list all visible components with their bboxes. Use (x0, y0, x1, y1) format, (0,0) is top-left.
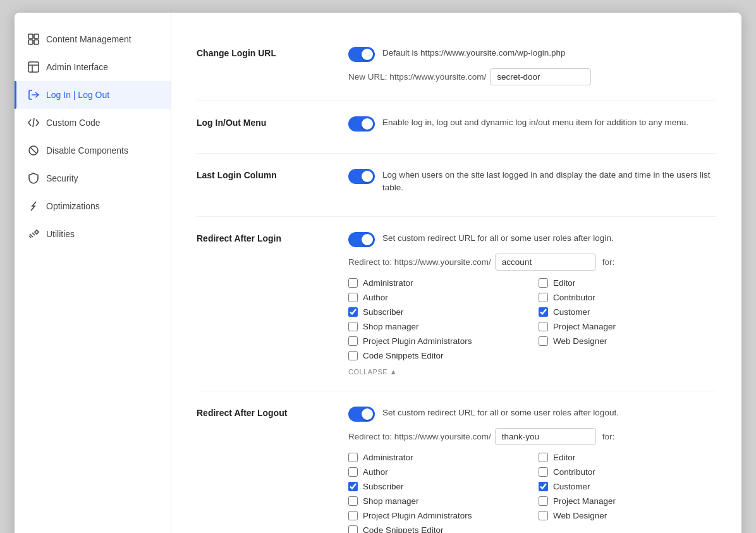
role-ral-project-plugin-admin-checkbox[interactable] (348, 336, 358, 346)
sidebar-item-utilities[interactable]: Utilities (15, 220, 171, 248)
sidebar-item-log-in-log-out[interactable]: Log In | Log Out (15, 81, 171, 109)
change-login-url-content: Default is https://www.yoursite.com/wp-l… (348, 47, 716, 85)
role-rao-customer[interactable]: Customer (539, 482, 716, 491)
role-ral-project-manager[interactable]: Project Manager (539, 322, 716, 331)
role-rao-code-snippets-checkbox[interactable] (348, 525, 358, 534)
role-rao-author[interactable]: Author (348, 467, 526, 477)
role-label: Shop manager (363, 496, 419, 506)
role-ral-contributor[interactable]: Contributor (539, 293, 716, 302)
sidebar-item-admin-interface[interactable]: Admin Interface (15, 53, 171, 81)
role-ral-customer-checkbox[interactable] (539, 307, 548, 317)
role-ral-subscriber-checkbox[interactable] (348, 307, 358, 317)
role-ral-administrator-checkbox[interactable] (348, 278, 358, 288)
role-ral-shop-manager-checkbox[interactable] (348, 322, 358, 331)
role-ral-editor-checkbox[interactable] (539, 278, 548, 288)
role-ral-shop-manager[interactable]: Shop manager (348, 322, 526, 331)
role-label: Code Snippets Editor (363, 351, 444, 360)
redirect-login-url-prefix: Redirect to: https://www.yoursite.com/ (348, 257, 491, 267)
role-ral-web-designer-checkbox[interactable] (539, 336, 548, 346)
role-rao-code-snippets[interactable]: Code Snippets Editor (348, 525, 526, 534)
role-label: Web Designer (553, 336, 607, 346)
sidebar-item-label: Custom Code (46, 118, 101, 128)
role-rao-editor-checkbox[interactable] (539, 453, 548, 462)
sidebar-item-label: Security (46, 173, 78, 183)
sidebar-item-label: Content Management (46, 34, 131, 44)
role-label: Project Plugin Administrators (363, 511, 472, 520)
svg-rect-0 (28, 34, 33, 39)
svg-line-12 (29, 236, 31, 238)
redirect-after-logout-label: Redirect After Logout (197, 407, 329, 534)
last-login-column-toggle[interactable] (348, 169, 375, 184)
role-label: Editor (553, 278, 575, 288)
sidebar-item-label: Disable Components (46, 145, 128, 156)
redirect-after-logout-input[interactable] (495, 428, 596, 445)
role-rao-project-manager[interactable]: Project Manager (539, 496, 716, 506)
sidebar-item-content-management[interactable]: Content Management (15, 25, 171, 53)
tools-icon (27, 228, 40, 240)
redirect-login-collapse-btn[interactable]: COLLAPSE ▲ (348, 368, 716, 376)
role-ral-author-checkbox[interactable] (348, 293, 358, 302)
login-icon (27, 89, 40, 101)
redirect-after-login-input[interactable] (495, 254, 596, 271)
role-rao-customer-checkbox[interactable] (539, 482, 548, 491)
log-in-out-menu-label: Log In/Out Menu (197, 116, 329, 138)
sidebar-item-security[interactable]: Security (15, 164, 171, 192)
role-rao-subscriber-checkbox[interactable] (348, 482, 358, 491)
sidebar-item-optimizations[interactable]: Optimizations (15, 192, 171, 220)
sidebar-item-label: Utilities (46, 229, 75, 239)
role-ral-contributor-checkbox[interactable] (539, 293, 548, 302)
role-rao-contributor-checkbox[interactable] (539, 467, 548, 477)
role-label: Project Manager (553, 322, 616, 331)
role-rao-shop-manager[interactable]: Shop manager (348, 496, 526, 506)
sidebar-item-disable-components[interactable]: Disable Components (15, 137, 171, 164)
role-label: Contributor (553, 467, 595, 477)
role-rao-project-manager-checkbox[interactable] (539, 496, 548, 506)
log-in-out-menu-content: Enable log in, log out and dynamic log i… (348, 116, 716, 138)
role-ral-project-manager-checkbox[interactable] (539, 322, 548, 331)
redirect-after-logout-toggle[interactable] (348, 407, 375, 422)
change-login-url-label: Change Login URL (197, 47, 329, 85)
change-login-url-row: Change Login URL Default is https://www.… (197, 32, 716, 101)
role-rao-editor[interactable]: Editor (539, 453, 716, 462)
role-ral-web-designer[interactable]: Web Designer (539, 336, 716, 346)
role-rao-administrator-checkbox[interactable] (348, 453, 358, 462)
redirect-after-login-url-row: Redirect to: https://www.yoursite.com/ f… (348, 254, 716, 271)
change-login-url-input[interactable] (490, 68, 591, 85)
sidebar-item-label: Optimizations (46, 201, 100, 211)
role-label: Customer (553, 482, 590, 491)
grid-icon (27, 33, 40, 46)
last-login-column-label: Last Login Column (197, 169, 329, 201)
svg-rect-1 (34, 34, 39, 39)
change-login-url-toggle[interactable] (348, 47, 375, 62)
role-ral-project-plugin-admin[interactable]: Project Plugin Administrators (348, 336, 526, 346)
role-ral-editor[interactable]: Editor (539, 278, 716, 288)
role-label: Contributor (553, 293, 595, 302)
redirect-after-logout-url-row: Redirect to: https://www.yoursite.com/ f… (348, 428, 716, 445)
role-rao-author-checkbox[interactable] (348, 467, 358, 477)
role-ral-code-snippets[interactable]: Code Snippets Editor (348, 351, 526, 360)
role-rao-contributor[interactable]: Contributor (539, 467, 716, 477)
role-rao-subscriber[interactable]: Subscriber (348, 482, 526, 491)
role-rao-shop-manager-checkbox[interactable] (348, 496, 358, 506)
sidebar-item-label: Admin Interface (46, 62, 108, 72)
role-ral-author[interactable]: Author (348, 293, 526, 302)
role-ral-customer[interactable]: Customer (539, 307, 716, 317)
role-label: Administrator (363, 453, 413, 462)
role-ral-code-snippets-checkbox[interactable] (348, 351, 358, 360)
role-rao-project-plugin-admin[interactable]: Project Plugin Administrators (348, 511, 526, 520)
redirect-after-login-toggle[interactable] (348, 232, 375, 247)
log-in-out-menu-toggle[interactable] (348, 116, 375, 132)
role-label: Project Manager (553, 496, 616, 506)
redirect-login-for-label: for: (602, 257, 615, 267)
redirect-after-login-row: Redirect After Login Set custom redirect… (197, 217, 716, 391)
role-rao-web-designer[interactable]: Web Designer (539, 511, 716, 520)
app-window: Content Management Admin Interface Log (15, 13, 741, 533)
sidebar-item-custom-code[interactable]: Custom Code (15, 109, 171, 137)
role-rao-administrator[interactable]: Administrator (348, 453, 526, 462)
role-ral-administrator[interactable]: Administrator (348, 278, 526, 288)
last-login-column-content: Log when users on the site last logged i… (348, 169, 716, 201)
role-rao-project-plugin-admin-checkbox[interactable] (348, 511, 358, 520)
role-rao-web-designer-checkbox[interactable] (539, 511, 548, 520)
role-ral-subscriber[interactable]: Subscriber (348, 307, 526, 317)
new-url-prefix: New URL: https://www.yoursite.com/ (348, 72, 486, 82)
